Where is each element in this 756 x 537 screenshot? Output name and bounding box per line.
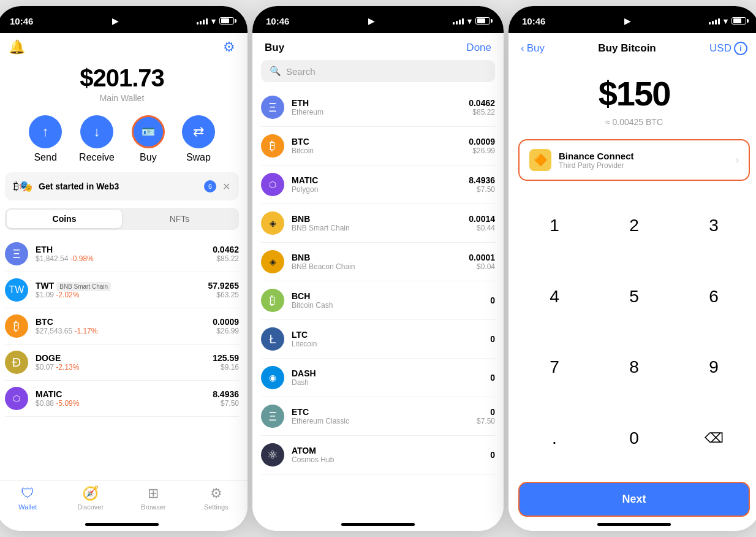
chevron-left-icon: ‹ [521,42,524,55]
buy-ltc-info: LTC Litecoin [292,330,445,348]
web3-banner[interactable]: ₿🎭 Get started in Web3 6 ✕ [5,172,239,200]
buy-matic-amount: 8.4936 [452,175,495,185]
key-6[interactable]: 6 [674,261,754,332]
buy-amount: $150 [508,74,756,113]
wallet-nav-icon: 🛡 [21,486,34,501]
provider-sub: Third Party Provider [559,161,728,170]
key-0[interactable]: 0 [594,403,674,474]
info-icon[interactable]: i [734,42,747,55]
coin-twt[interactable]: TW TWT BNB Smart Chain $1.09 -2.02% 57.9… [5,272,239,308]
key-3[interactable]: 3 [674,190,754,261]
buy-ltc[interactable]: Ł LTC Litecoin 0 [261,320,495,359]
coin-doge[interactable]: Ð DOGE $0.07 -2.13% 125.59 $9.16 [5,345,239,381]
doge-info: DOGE $0.07 -2.13% [36,353,205,371]
buy-btc-header: ‹ Buy Buy Bitcoin USD i [508,33,756,61]
buy-bnb1[interactable]: ◈ BNB BNB Smart Chain 0.0014 $0.44 [261,204,495,243]
buy-dash-name: Dash [292,378,445,387]
nav-wallet[interactable]: 🛡 Wallet [0,486,59,511]
swap-button[interactable]: ⇄ Swap [182,115,215,163]
buy-ltc-amount: 0 [452,334,495,344]
matic-amount: 8.4936 [213,389,239,399]
key-1[interactable]: 1 [515,190,594,261]
nav-settings[interactable]: ⚙ Settings [185,486,248,511]
buy-atom-values: 0 [452,450,495,460]
wifi-icon-1: ▾ [211,17,216,26]
buy-dash[interactable]: ◉ DASH Dash 0 [261,359,495,397]
buy-eth-symbol: ETH [292,98,445,108]
send-icon: ↑ [29,115,62,148]
discover-nav-icon: 🧭 [82,486,99,501]
buy-btc[interactable]: ₿ BTC Bitcoin 0.0009 $26.99 [261,127,495,166]
buy-bnb1-symbol: BNB [292,214,445,224]
key-9[interactable]: 9 [674,332,754,403]
buy-matic[interactable]: ⬡ MATIC Polygon 8.4936 $7.50 [261,166,495,204]
buy-atom[interactable]: ⚛ ATOM Cosmos Hub 0 [261,436,495,474]
btc-usd: $26.99 [213,327,239,335]
location-icon-1: ▶ [112,17,118,26]
key-backspace[interactable]: ⌫ [674,403,754,474]
buy-atom-info: ATOM Cosmos Hub [292,446,445,464]
buy-label: Buy [140,152,157,163]
back-label: Buy [527,42,545,55]
close-icon[interactable]: ✕ [222,181,230,192]
buy-atom-symbol: ATOM [292,446,445,455]
search-bar[interactable]: 🔍 Search [261,60,495,82]
currency-button[interactable]: USD i [709,42,747,55]
buy-matic-info: MATIC Polygon [292,175,445,194]
bell-icon[interactable]: 🔔 [9,39,25,55]
key-2[interactable]: 2 [594,190,674,261]
nav-browser[interactable]: ⊞ Browser [122,486,185,511]
coin-eth[interactable]: Ξ ETH $1,842.54 -0.98% 0.0462 $85.22 [5,236,239,272]
buy-bch-values: 0 [452,295,495,305]
buy-etc[interactable]: Ξ ETC Ethereum Classic 0 $7.50 [261,397,495,436]
provider-info: Binance Connect Third Party Provider [559,151,728,170]
key-8[interactable]: 8 [594,332,674,403]
send-label: Send [34,152,56,163]
coin-matic[interactable]: ⬡ MATIC $0.88 -5.09% 8.4936 $7.50 [5,381,239,417]
send-button[interactable]: ↑ Send [29,115,62,163]
key-7[interactable]: 7 [515,332,594,403]
buy-coin-list: Ξ ETH Ethereum 0.0462 $85.22 ₿ BTC Bitco… [252,88,504,523]
search-placeholder: Search [286,66,316,77]
buy-bitcoin-screen: 10:46 ▶ ▾ ‹ Buy Buy Bitcoin USD [508,6,756,531]
tab-nfts[interactable]: NFTs [122,210,237,228]
coin-btc[interactable]: ₿ BTC $27,543.65 -1.17% 0.0009 $26.99 [5,308,239,345]
receive-button[interactable]: ↓ Receive [79,115,115,163]
buy-matic-usd: $7.50 [452,185,495,194]
buy-done-button[interactable]: Done [466,42,491,54]
doge-amount: 125.59 [213,353,239,363]
buy-matic-name: Polygon [292,185,445,194]
back-button[interactable]: ‹ Buy [521,42,545,55]
buy-btc-info: BTC Bitcoin [292,137,445,155]
buy-bch-name: Bitcoin Cash [292,301,445,310]
buy-list-screen: 10:46 ▶ ▾ Buy Done 🔍 Search [252,6,504,531]
buy-bnb2[interactable]: ◈ BNB BNB Beacon Chain 0.0001 $0.04 [261,243,495,281]
buy-bch-symbol: BCH [292,291,445,301]
buy-bnb2-symbol: BNB [292,253,445,262]
buy-button[interactable]: 🪪 Buy [132,115,165,163]
key-dot[interactable]: . [515,403,594,474]
buy-btc-usd: $26.99 [452,147,495,155]
buy-dash-icon: ◉ [261,366,284,389]
buy-bnb1-info: BNB BNB Smart Chain [292,214,445,232]
btc-info: BTC $27,543.65 -1.17% [36,317,205,335]
filter-icon[interactable]: ⚙ [223,39,235,55]
next-button[interactable]: Next [518,482,750,517]
wallet-top-header: 🔔 ⚙ [0,33,248,58]
battery-icon-1 [219,17,234,25]
buy-btc-symbol: BTC [292,137,445,147]
key-5[interactable]: 5 [594,261,674,332]
buy-eth[interactable]: Ξ ETH Ethereum 0.0462 $85.22 [261,88,495,127]
time-1: 10:46 [10,16,33,26]
settings-nav-label: Settings [204,503,229,511]
numpad: 1 2 3 4 5 6 7 8 9 . 0 ⌫ [508,187,756,477]
provider-box[interactable]: 🔶 Binance Connect Third Party Provider › [518,139,750,181]
eth-sub: $1,842.54 -0.98% [36,254,205,263]
key-4[interactable]: 4 [515,261,594,332]
home-indicator [85,523,159,526]
location-icon-3: ▶ [624,17,630,26]
twt-values: 57.9265 $63.25 [208,281,239,299]
nav-discover[interactable]: 🧭 Discover [59,486,123,511]
buy-bch[interactable]: ₿ BCH Bitcoin Cash 0 [261,281,495,320]
tab-coins[interactable]: Coins [7,210,122,228]
